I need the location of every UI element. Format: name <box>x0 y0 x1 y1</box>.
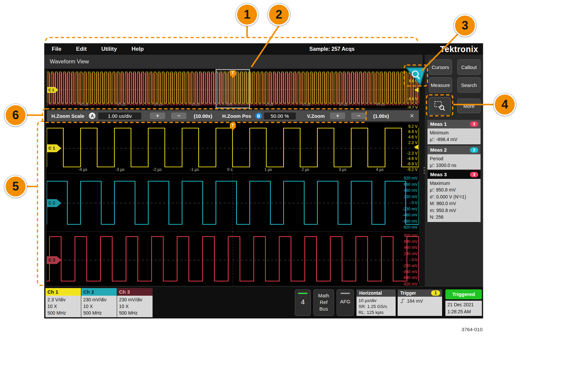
channel2-scale-label: 460 mV <box>404 188 418 193</box>
trigger-values: 184 mV <box>398 297 442 316</box>
time-label: 2 µs <box>301 167 309 172</box>
channel2-trace <box>47 181 419 224</box>
overview-scale-label: -9.2 V <box>407 105 418 109</box>
channel3-panel[interactable]: 920 mV690 mV460 mV230 mV0 V-230 mV-460 m… <box>47 231 419 286</box>
time-label: 4 µs <box>376 167 384 172</box>
trigger-settings-panel[interactable]: Trigger 1 184 mV <box>398 289 442 316</box>
meas-value-line: Period <box>430 155 478 162</box>
callout-2: 2 <box>268 3 290 26</box>
math-ref-bus-lines: MathRefBus <box>314 290 334 312</box>
zoom-mode-button[interactable] <box>429 97 451 114</box>
waveform-overview[interactable]: T C 1 9.2 V4.6 V-4.6 V-9.2 V-40 µs-30 µs… <box>47 69 420 109</box>
channel1-panel[interactable]: T 9.2 V6.9 V4.6 V2.3 V0-2.3 V-4.6 V-6.9 … <box>47 123 419 173</box>
channel-2-badge[interactable]: Ch 2230 mV/div10 X500 MHz <box>81 288 117 317</box>
sidebar-button-cursors[interactable]: Cursors <box>429 59 452 75</box>
overview-time-label: -40 µs <box>78 102 89 106</box>
trigger-header: Trigger 1 <box>398 289 442 297</box>
channel2-scale-label: -920 mV <box>403 225 418 230</box>
time-text: 1:28:25 AM <box>447 308 480 315</box>
time-label: -1 µs <box>190 167 199 172</box>
overview-time-label: -30 µs <box>115 102 126 106</box>
vzoom-increase-button[interactable]: + <box>330 112 345 119</box>
channel-3-settings: 230 mV/div10 X500 MHz <box>117 296 153 317</box>
horizontal-title: Horizontal <box>357 289 396 297</box>
hzoom-scale-value[interactable]: 1.00 us/div <box>98 112 141 119</box>
meas-value-line: µ': 1000.0 ns <box>430 162 478 169</box>
horizontal-values: 10 µs/divSR: 1.25 GS/sRL: 125 kpts <box>357 297 396 316</box>
meas-source-badge: 2 <box>470 147 478 153</box>
overview-scale-label: -4.6 V <box>407 97 418 101</box>
meas-value-line: Maximum <box>430 180 478 186</box>
meas-values: Maximumµ': 950.8 mVσ': 0.000 V (N'=1)M: … <box>427 179 481 222</box>
channel-setting-line: 10 X <box>47 303 79 310</box>
overview-time-label: -20 µs <box>153 102 163 106</box>
knob-b-badge: B <box>255 112 262 119</box>
zoom-overview-icon[interactable] <box>405 67 426 86</box>
menu-item-help[interactable]: Help <box>132 43 144 55</box>
overview-time-label: -10 µs <box>190 102 200 106</box>
meas-values: Minimumµ': -898.4 mV <box>427 128 481 144</box>
hzoom-pos-value[interactable]: 50.00 % <box>264 112 296 119</box>
channel-setting-line: 230 mV/div <box>119 296 151 303</box>
zoom-close-icon[interactable]: ✕ <box>410 112 414 119</box>
time-label: -3 µs <box>115 167 124 172</box>
channel1-scale-label: -2.3 V <box>407 151 418 156</box>
callout-4: 4 <box>493 93 516 116</box>
channel1-scale-label: -9.2 V <box>407 167 418 172</box>
vzoom-label: V.Zoom <box>307 113 325 119</box>
channel1-scale-label: 6.9 V <box>408 129 418 134</box>
hzoom-scale-decrease-button[interactable]: − <box>171 112 186 119</box>
channel2-panel[interactable]: 920 mV690 mV460 mV230 mV0 V-230 mV-460 m… <box>47 173 419 232</box>
channel3-scale-label: 920 mV <box>404 233 418 238</box>
overview-trigger-level-arrow[interactable] <box>414 88 419 92</box>
channel1-trace <box>47 128 419 167</box>
callout-3: 3 <box>454 14 476 37</box>
tektronix-logo: Tektronix <box>440 43 478 55</box>
channel4-label: 4 <box>295 298 310 306</box>
meas-value-line: m: 950.8 mV <box>430 207 478 214</box>
hzoom-pos-label: H.Zoom Pos <box>222 113 251 119</box>
zoomed-waveform-area[interactable]: T 9.2 V6.9 V4.6 V2.3 V0-2.3 V-4.6 V-6.9 … <box>47 123 419 286</box>
vzoom-decrease-button[interactable]: − <box>351 112 366 119</box>
channel-1-badge[interactable]: Ch 12.3 V/div10 X500 MHz <box>45 288 81 317</box>
channel-setting-line: 500 MHz <box>47 310 79 316</box>
math-ref-bus-button[interactable]: MathRefBus <box>313 289 334 316</box>
waveform-view-title: Waveform View <box>50 58 89 65</box>
meas-panel-1[interactable]: Meas 13Minimumµ': -898.4 mV <box>427 120 481 144</box>
channel1-scale-label: 9.2 V <box>408 124 418 129</box>
horizontal-settings-panel[interactable]: Horizontal 10 µs/divSR: 1.25 GS/sRL: 125… <box>357 289 396 316</box>
sidebar-button-search[interactable]: Search <box>457 77 481 93</box>
horizontal-value-line: 10 µs/div <box>359 298 394 304</box>
channel2-scale-label: -460 mV <box>403 213 418 217</box>
overview-trigger-marker[interactable]: T <box>230 70 236 76</box>
sidebar-button-more[interactable]: More <box>457 99 481 113</box>
triggered-indicator[interactable]: Triggered <box>445 289 482 299</box>
channel2-scale-label: 0 V <box>412 200 418 205</box>
channel2-scale-label: 230 mV <box>404 194 418 199</box>
math-ref-bus-line: Bus <box>314 306 334 312</box>
channel3-scale-label: 690 mV <box>404 239 418 244</box>
waveform-view-tab[interactable]: Waveform View <box>44 55 423 68</box>
panel-splitter-handle[interactable]: ⋮ <box>420 166 428 175</box>
sidebar-button-measure[interactable]: Measure <box>429 77 452 93</box>
figure-number: 3764-010 <box>449 327 483 332</box>
channel-3-badge[interactable]: Ch 3230 mV/div10 X500 MHz <box>117 288 153 317</box>
hzoom-scale-increase-button[interactable]: + <box>150 112 165 119</box>
meas-panel-2[interactable]: Meas 22Periodµ': 1000.0 ns <box>427 146 481 170</box>
oscilloscope-screen: FileEditUtilityHelp Sample: 257 Acqs Tek… <box>44 43 483 319</box>
callout-5: 5 <box>4 175 27 198</box>
afg-button[interactable]: AFG <box>337 289 354 316</box>
channel-setting-line: 500 MHz <box>83 310 115 316</box>
trigger-level-arrow[interactable] <box>414 145 418 149</box>
date-text: 21 Dec 2021 <box>447 301 480 308</box>
menu-item-utility[interactable]: Utility <box>101 43 117 55</box>
main-trigger-marker[interactable]: T <box>230 123 236 128</box>
menu-item-edit[interactable]: Edit <box>76 43 87 55</box>
channel2-scale-label: 690 mV <box>404 182 418 187</box>
channel3-scale-label: 460 mV <box>404 245 418 250</box>
channel4-button[interactable]: 4 <box>295 289 311 316</box>
math-ref-bus-line: Math <box>314 292 334 299</box>
menu-item-file[interactable]: File <box>52 43 61 55</box>
sidebar-button-callout[interactable]: Callout <box>457 59 481 75</box>
meas-panel-3[interactable]: Meas 33Maximumµ': 950.8 mVσ': 0.000 V (N… <box>427 170 481 222</box>
